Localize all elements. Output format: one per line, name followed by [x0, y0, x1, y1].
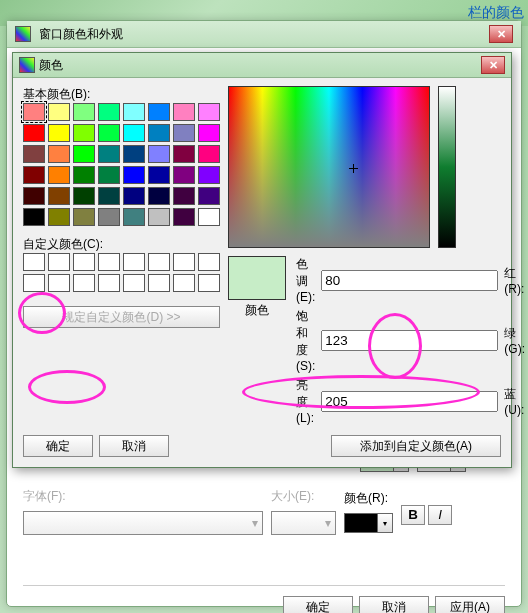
add-custom-button[interactable]: 添加到自定义颜色(A) [331, 435, 501, 457]
custom-color-swatch[interactable] [98, 274, 120, 292]
italic-button[interactable]: I [428, 505, 452, 525]
basic-color-swatch[interactable] [23, 187, 45, 205]
chevron-down-icon: ▾ [252, 516, 258, 530]
basic-color-swatch[interactable] [198, 145, 220, 163]
basic-color-swatch[interactable] [23, 124, 45, 142]
basic-color-swatch[interactable] [23, 145, 45, 163]
basic-color-swatch[interactable] [198, 187, 220, 205]
basic-color-swatch[interactable] [173, 187, 195, 205]
close-icon[interactable]: ✕ [481, 56, 505, 74]
basic-color-swatch[interactable] [173, 124, 195, 142]
custom-color-swatch[interactable] [148, 253, 170, 271]
custom-colors-label: 自定义颜色(C): [23, 236, 220, 253]
custom-color-swatch[interactable] [198, 274, 220, 292]
basic-color-swatch[interactable] [48, 103, 70, 121]
basic-color-swatch[interactable] [173, 145, 195, 163]
blue-label: 蓝(U): [504, 386, 525, 417]
basic-color-swatch[interactable] [23, 103, 45, 121]
size-e-label: 大小(E): [271, 488, 336, 505]
custom-color-swatch[interactable] [23, 274, 45, 292]
color-r-arrow[interactable]: ▾ [378, 513, 393, 533]
color-spectrum[interactable] [228, 86, 430, 248]
basic-color-swatch[interactable] [48, 187, 70, 205]
custom-color-swatch[interactable] [148, 274, 170, 292]
basic-color-swatch[interactable] [73, 145, 95, 163]
basic-color-swatch[interactable] [148, 124, 170, 142]
lum-input[interactable] [321, 391, 498, 412]
green-label: 绿(G): [504, 325, 525, 356]
basic-color-swatch[interactable] [98, 103, 120, 121]
basic-color-swatch[interactable] [123, 145, 145, 163]
ok-button[interactable]: 确定 [23, 435, 93, 457]
hue-input[interactable] [321, 270, 498, 291]
custom-color-swatch[interactable] [73, 253, 95, 271]
red-label: 红(R): [504, 265, 525, 296]
lum-label: 亮度(L): [296, 377, 315, 425]
custom-color-swatch[interactable] [23, 253, 45, 271]
basic-color-swatch[interactable] [73, 208, 95, 226]
close-icon[interactable]: ✕ [489, 25, 513, 43]
custom-color-swatch[interactable] [98, 253, 120, 271]
basic-color-swatch[interactable] [148, 187, 170, 205]
basic-color-swatch[interactable] [198, 124, 220, 142]
basic-color-swatch[interactable] [148, 145, 170, 163]
parent-cancel-button[interactable]: 取消 [359, 596, 429, 613]
basic-color-swatch[interactable] [98, 166, 120, 184]
basic-color-swatch[interactable] [98, 187, 120, 205]
cancel-button[interactable]: 取消 [99, 435, 169, 457]
basic-color-swatch[interactable] [48, 208, 70, 226]
basic-color-swatch[interactable] [123, 124, 145, 142]
basic-color-swatch[interactable] [173, 166, 195, 184]
custom-color-swatch[interactable] [123, 253, 145, 271]
basic-color-swatch[interactable] [23, 208, 45, 226]
font-dropdown: ▾ [23, 511, 263, 535]
basic-color-swatch[interactable] [73, 103, 95, 121]
basic-color-swatch[interactable] [73, 124, 95, 142]
basic-color-swatch[interactable] [123, 187, 145, 205]
basic-color-swatch[interactable] [73, 187, 95, 205]
basic-color-swatch[interactable] [98, 208, 120, 226]
custom-color-swatch[interactable] [48, 253, 70, 271]
basic-color-swatch[interactable] [123, 208, 145, 226]
color-r-swatch[interactable] [344, 513, 378, 533]
basic-color-swatch[interactable] [98, 145, 120, 163]
custom-color-grid [23, 253, 220, 292]
basic-color-swatch[interactable] [148, 166, 170, 184]
basic-color-swatch[interactable] [148, 208, 170, 226]
basic-color-swatch[interactable] [173, 208, 195, 226]
basic-color-swatch[interactable] [48, 124, 70, 142]
window-title: 窗口颜色和外观 [39, 26, 123, 43]
basic-color-swatch[interactable] [148, 103, 170, 121]
parent-apply-button[interactable]: 应用(A) [435, 596, 505, 613]
custom-color-swatch[interactable] [173, 274, 195, 292]
custom-color-swatch[interactable] [48, 274, 70, 292]
basic-color-swatch[interactable] [123, 103, 145, 121]
sat-input[interactable] [321, 330, 498, 351]
color-solid-label: 颜色 [245, 302, 269, 319]
palette-icon [19, 57, 35, 73]
color-r-label: 颜色(R): [344, 490, 393, 507]
basic-color-swatch[interactable] [173, 103, 195, 121]
crosshair-icon [349, 164, 358, 173]
basic-color-swatch[interactable] [48, 145, 70, 163]
luminance-slider[interactable] [438, 86, 456, 248]
custom-color-swatch[interactable] [173, 253, 195, 271]
custom-color-swatch[interactable] [73, 274, 95, 292]
bold-button[interactable]: B [401, 505, 425, 525]
basic-color-swatch[interactable] [198, 166, 220, 184]
custom-color-swatch[interactable] [123, 274, 145, 292]
sat-label: 饱和度(S): [296, 308, 315, 373]
basic-color-swatch[interactable] [198, 103, 220, 121]
basic-color-swatch[interactable] [48, 166, 70, 184]
font-label: 字体(F): [23, 488, 263, 505]
basic-color-swatch[interactable] [198, 208, 220, 226]
parent-ok-button[interactable]: 确定 [283, 596, 353, 613]
dialog-title: 颜色 [39, 57, 63, 74]
basic-color-swatch[interactable] [98, 124, 120, 142]
basic-color-swatch[interactable] [123, 166, 145, 184]
basic-color-swatch[interactable] [23, 166, 45, 184]
size-e-dropdown: ▾ [271, 511, 336, 535]
chevron-down-icon: ▾ [325, 516, 331, 530]
basic-color-swatch[interactable] [73, 166, 95, 184]
custom-color-swatch[interactable] [198, 253, 220, 271]
